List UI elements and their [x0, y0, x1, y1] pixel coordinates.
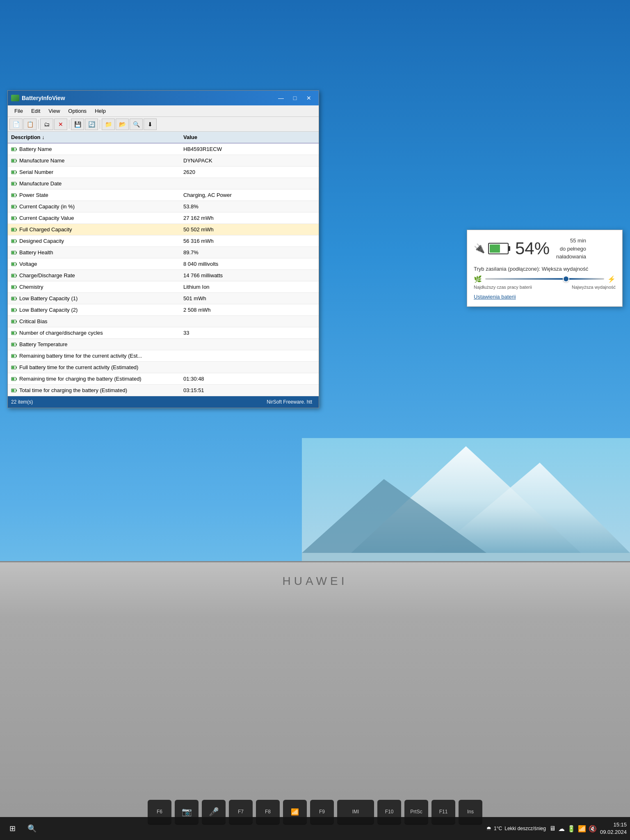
table-row: Battery Temperature	[8, 339, 319, 350]
battery-row-icon	[11, 388, 17, 393]
toolbar-copy[interactable]: 📋	[23, 119, 37, 130]
row-description: Current Capacity Value	[8, 213, 180, 223]
battery-row-icon	[11, 365, 17, 370]
battery-row-icon	[11, 158, 17, 164]
svg-rect-19	[12, 194, 14, 196]
toolbar-folder1[interactable]: 📁	[102, 119, 115, 130]
monitor-icon[interactable]: 🖥	[549, 825, 556, 832]
toolbar-search[interactable]: 🔍	[130, 119, 143, 130]
battery-row-icon	[11, 192, 17, 198]
row-description: Battery Health	[8, 248, 180, 257]
maximize-button[interactable]: □	[288, 93, 301, 103]
svg-rect-57	[16, 344, 17, 345]
weather-desc: Lekki deszcz/śnieg	[504, 826, 546, 831]
row-desc-text: Power State	[19, 192, 48, 198]
row-value-text: 56 316 mWh	[180, 236, 319, 246]
menu-file[interactable]: File	[11, 107, 26, 115]
table-header: Description ↓ Value	[8, 132, 319, 144]
row-value-text: 14 766 milliwatts	[180, 271, 319, 280]
start-button[interactable]: ⊞	[3, 819, 21, 838]
row-value-text: 89.7%	[180, 248, 319, 257]
svg-rect-52	[12, 320, 14, 323]
row-desc-text: Designed Capacity	[19, 238, 64, 244]
row-desc-text: Battery Temperature	[19, 341, 68, 347]
svg-rect-33	[16, 252, 17, 253]
svg-rect-45	[16, 298, 17, 299]
row-value-text: 27 162 mWh	[180, 213, 319, 223]
time-line3: naładowania	[556, 253, 586, 261]
svg-rect-6	[16, 148, 17, 150]
close-button[interactable]: ✕	[302, 93, 315, 103]
wifi-icon[interactable]: 📶	[578, 825, 586, 833]
svg-rect-51	[16, 321, 17, 322]
row-description: Manufacture Name	[8, 156, 180, 165]
row-value-text: Lithium Ion	[180, 282, 319, 292]
table-row: Serial Number2620	[8, 167, 319, 178]
table-row: Total time for charging the battery (Est…	[8, 385, 319, 396]
toolbar-open[interactable]: 🗂	[40, 119, 53, 130]
row-value-text: HB4593R1ECW	[180, 144, 319, 154]
battery-visual	[488, 243, 509, 254]
minimize-button[interactable]: —	[274, 93, 288, 103]
row-desc-text: Voltage	[19, 261, 37, 267]
battery-row-icon	[11, 250, 17, 256]
table-row: Charge/Discharge Rate14 766 milliwatts	[8, 270, 319, 281]
row-desc-text: Remaining time for charging the battery …	[19, 376, 142, 382]
table-row: Critical Bias	[8, 316, 319, 327]
table-body: Battery NameHB4593R1ECW Manufacture Name…	[8, 144, 319, 396]
svg-rect-25	[12, 217, 14, 219]
toolbar-refresh[interactable]: 🔄	[85, 119, 98, 130]
battery-row-icon	[11, 169, 17, 175]
svg-rect-55	[12, 332, 14, 334]
cloud-icon[interactable]: ☁	[558, 825, 565, 833]
toolbar-export[interactable]: ⬇	[144, 119, 157, 130]
row-value-text	[180, 366, 319, 369]
row-value-text: 8 040 millivolts	[180, 259, 319, 269]
slider-thumb	[563, 276, 569, 282]
nirsoft-link[interactable]: NirSoft Freeware. htt	[267, 399, 312, 405]
svg-rect-37	[12, 263, 14, 265]
menu-view[interactable]: View	[45, 107, 63, 115]
battery-row-icon	[11, 215, 17, 221]
volume-icon[interactable]: 🔇	[589, 825, 597, 833]
svg-rect-7	[12, 148, 14, 151]
power-slider[interactable]	[485, 278, 604, 280]
toolbar-folder2[interactable]: 📂	[116, 119, 129, 130]
battery-tray-icon[interactable]: 🔋	[567, 825, 575, 833]
svg-rect-63	[16, 367, 17, 368]
row-desc-text: Serial Number	[19, 169, 53, 175]
toolbar-save[interactable]: 💾	[71, 119, 84, 130]
svg-rect-31	[12, 240, 14, 242]
toolbar-delete[interactable]: ✕	[54, 119, 67, 130]
row-description: Charge/Discharge Rate	[8, 271, 180, 280]
row-value-text	[180, 354, 319, 358]
row-desc-text: Charge/Discharge Rate	[19, 272, 75, 278]
table-row: Designed Capacity56 316 mWh	[8, 235, 319, 247]
svg-rect-54	[16, 332, 17, 334]
toolbar-new[interactable]: 📄	[9, 119, 23, 130]
battery-row-icon	[11, 204, 17, 210]
row-description: Critical Bias	[8, 317, 180, 326]
clock-time: 15:15	[600, 821, 627, 829]
menu-options[interactable]: Options	[65, 107, 90, 115]
col-description[interactable]: Description ↓	[11, 134, 183, 140]
row-description: Total time for charging the battery (Est…	[8, 386, 180, 395]
slider-label-left: Najdłuższy czas pracy baterii	[474, 285, 532, 290]
titlebar-left: BatteryInfoView	[11, 95, 65, 101]
menu-help[interactable]: Help	[91, 107, 109, 115]
svg-rect-70	[12, 389, 14, 392]
battery-row-icon	[11, 307, 17, 313]
table-row: Voltage8 040 millivolts	[8, 258, 319, 270]
clock-widget[interactable]: 15:15 09.02.2024	[600, 821, 627, 836]
svg-rect-18	[16, 194, 17, 196]
search-taskbar[interactable]: 🔍	[23, 819, 41, 838]
row-desc-text: Chemistry	[19, 284, 43, 290]
table-row: Full battery time for the current activi…	[8, 362, 319, 373]
taskbar-right: 🌨 1°C Lekki deszcz/śnieg 🖥 ☁ 🔋 📶 🔇 15:15…	[486, 821, 627, 836]
row-desc-text: Number of charge/discharge cycles	[19, 330, 103, 336]
menu-edit[interactable]: Edit	[28, 107, 43, 115]
row-desc-text: Total time for charging the battery (Est…	[19, 387, 127, 393]
battery-settings-link[interactable]: Ustawienia baterii	[474, 294, 616, 300]
battery-row-icon	[11, 319, 17, 324]
battery-row-icon	[11, 284, 17, 290]
